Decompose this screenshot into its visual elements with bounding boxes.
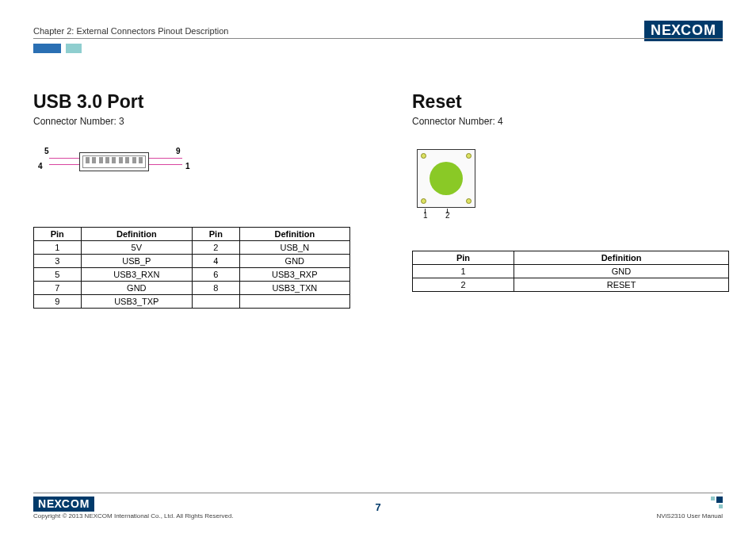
accent-bar-teal: [66, 44, 82, 53]
table-cell: 1: [413, 265, 514, 278]
table-cell: USB3_TXP: [81, 295, 193, 309]
table-row: 1GND: [413, 265, 729, 278]
usb-diagram: 4 5 9 1: [33, 148, 192, 187]
table-cell: 5V: [81, 241, 193, 255]
table-row: 2RESET: [413, 278, 729, 292]
reset-pinout-table: Pin Definition 1GND2RESET: [412, 251, 729, 292]
table-cell: RESET: [514, 278, 729, 292]
usb-pinlabel-9: 9: [176, 147, 181, 155]
usb-pinout-table: Pin Definition Pin Definition 15V2USB_N3…: [33, 227, 350, 309]
table-cell: 2: [413, 278, 514, 292]
copyright: Copyright © 2013 NEXCOM International Co…: [33, 512, 234, 520]
reset-th-def: Definition: [514, 251, 729, 265]
table-cell: USB3_TXN: [239, 282, 349, 295]
table-cell: 1: [34, 241, 82, 255]
usb-pinlabel-5: 5: [44, 147, 49, 155]
accent-bar-blue: [33, 44, 61, 53]
page-number: 7: [0, 501, 756, 513]
table-cell: 8: [193, 282, 240, 295]
table-cell: 9: [34, 295, 82, 309]
chapter-title: Chapter 2: External Connectors Pinout De…: [33, 26, 228, 36]
table-cell: USB_N: [239, 241, 349, 255]
reset-connector-number: Connector Number: 4: [412, 116, 729, 127]
reset-title: Reset: [412, 91, 729, 113]
table-row: 3USB_P4GND: [34, 255, 350, 268]
usb-th-def-a: Definition: [81, 228, 193, 241]
table-cell: 2: [193, 241, 240, 255]
usb-th-def-b: Definition: [239, 228, 349, 241]
table-row: 7GND8USB3_TXN: [34, 282, 350, 295]
table-row: 15V2USB_N: [34, 241, 350, 255]
table-cell: [239, 295, 349, 309]
table-cell: 7: [34, 282, 82, 295]
reset-th-pin: Pin: [413, 251, 514, 265]
table-cell: 3: [34, 255, 82, 268]
table-cell: GND: [514, 265, 729, 278]
reset-pinlabel-2: 2: [445, 211, 450, 220]
table-cell: USB3_RXN: [81, 268, 193, 282]
table-cell: 6: [193, 268, 240, 282]
manual-name: NViS2310 User Manual: [657, 512, 723, 520]
table-cell: [193, 295, 240, 309]
reset-pinlabel-1: 1: [423, 211, 428, 220]
header-divider: [33, 38, 723, 39]
usb-th-pin-b: Pin: [193, 228, 240, 241]
table-cell: USB_P: [81, 255, 193, 268]
table-row: 5USB3_RXN6USB3_RXP: [34, 268, 350, 282]
usb-pinlabel-4: 4: [38, 162, 43, 171]
table-cell: 4: [193, 255, 240, 268]
usb-title: USB 3.0 Port: [33, 91, 350, 113]
table-cell: GND: [239, 255, 349, 268]
reset-diagram: 1 2: [415, 148, 487, 231]
table-cell: GND: [81, 282, 193, 295]
usb-pinlabel-1: 1: [185, 162, 190, 171]
footer-divider: [33, 493, 723, 493]
usb-connector-number: Connector Number: 3: [33, 116, 350, 127]
table-row: 9USB3_TXP: [34, 295, 350, 309]
footer-decoration: [707, 497, 723, 511]
usb-th-pin-a: Pin: [34, 228, 82, 241]
table-cell: USB3_RXP: [239, 268, 349, 282]
table-cell: 5: [34, 268, 82, 282]
